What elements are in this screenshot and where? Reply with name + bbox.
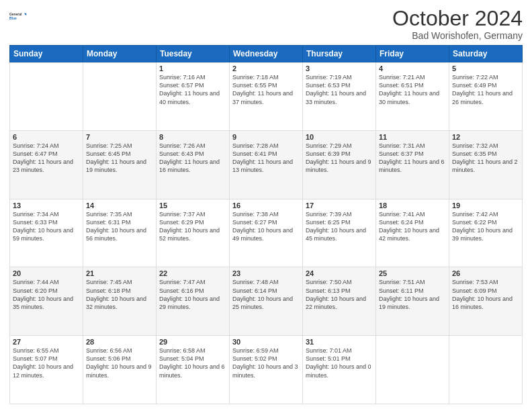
day-number: 19: [452, 201, 519, 210]
day-info: Sunrise: 7:42 AM Sunset: 6:22 PM Dayligh…: [452, 210, 519, 243]
calendar-day-10: 10Sunrise: 7:29 AM Sunset: 6:39 PM Dayli…: [303, 130, 376, 199]
day-info: Sunrise: 7:53 AM Sunset: 6:09 PM Dayligh…: [452, 278, 519, 311]
day-number: 20: [13, 269, 80, 277]
day-number: 9: [232, 133, 300, 141]
calendar-empty-cell: [449, 336, 523, 404]
calendar-week-row: 13Sunrise: 7:34 AM Sunset: 6:33 PM Dayli…: [10, 199, 523, 267]
calendar-day-13: 13Sunrise: 7:34 AM Sunset: 6:33 PM Dayli…: [10, 199, 83, 267]
day-info: Sunrise: 7:47 AM Sunset: 6:16 PM Dayligh…: [159, 278, 226, 311]
calendar-day-27: 27Sunrise: 6:55 AM Sunset: 5:07 PM Dayli…: [10, 336, 83, 404]
day-number: 29: [159, 338, 226, 346]
calendar-day-9: 9Sunrise: 7:28 AM Sunset: 6:41 PM Daylig…: [230, 130, 303, 199]
calendar-day-5: 5Sunrise: 7:22 AM Sunset: 6:49 PM Daylig…: [449, 62, 523, 131]
weekday-header-monday: Monday: [83, 46, 157, 62]
month-title: October 2024: [392, 7, 523, 30]
calendar-day-15: 15Sunrise: 7:37 AM Sunset: 6:29 PM Dayli…: [157, 199, 230, 267]
day-number: 16: [232, 201, 300, 210]
calendar-day-22: 22Sunrise: 7:47 AM Sunset: 6:16 PM Dayli…: [157, 267, 230, 336]
day-info: Sunrise: 7:24 AM Sunset: 6:47 PM Dayligh…: [13, 142, 80, 175]
calendar-table: SundayMondayTuesdayWednesdayThursdayFrid…: [9, 45, 523, 404]
day-number: 10: [306, 133, 373, 141]
day-info: Sunrise: 7:25 AM Sunset: 6:45 PM Dayligh…: [86, 142, 153, 175]
calendar-day-16: 16Sunrise: 7:38 AM Sunset: 6:27 PM Dayli…: [230, 199, 303, 267]
svg-marker-2: [24, 13, 27, 16]
weekday-header-friday: Friday: [376, 46, 449, 62]
day-info: Sunrise: 7:50 AM Sunset: 6:13 PM Dayligh…: [306, 278, 373, 311]
day-info: Sunrise: 7:21 AM Sunset: 6:51 PM Dayligh…: [379, 73, 446, 106]
logo-icon: GeneralBlue: [9, 7, 28, 26]
calendar-empty-cell: [10, 62, 83, 131]
day-number: 28: [86, 338, 153, 346]
page: GeneralBlue October 2024 Bad Worishofen,…: [0, 0, 532, 411]
day-info: Sunrise: 7:37 AM Sunset: 6:29 PM Dayligh…: [159, 210, 226, 243]
weekday-header-saturday: Saturday: [449, 46, 523, 62]
day-info: Sunrise: 6:55 AM Sunset: 5:07 PM Dayligh…: [13, 347, 80, 379]
day-info: Sunrise: 7:39 AM Sunset: 6:25 PM Dayligh…: [306, 210, 373, 243]
day-number: 2: [232, 64, 300, 73]
day-info: Sunrise: 7:32 AM Sunset: 6:35 PM Dayligh…: [452, 142, 519, 175]
calendar-day-26: 26Sunrise: 7:53 AM Sunset: 6:09 PM Dayli…: [449, 267, 523, 336]
calendar-day-12: 12Sunrise: 7:32 AM Sunset: 6:35 PM Dayli…: [449, 130, 523, 199]
day-info: Sunrise: 7:28 AM Sunset: 6:41 PM Dayligh…: [232, 142, 300, 175]
calendar-day-1: 1Sunrise: 7:16 AM Sunset: 6:57 PM Daylig…: [157, 62, 230, 131]
day-info: Sunrise: 7:45 AM Sunset: 6:18 PM Dayligh…: [86, 278, 153, 311]
calendar-day-7: 7Sunrise: 7:25 AM Sunset: 6:45 PM Daylig…: [83, 130, 157, 199]
day-number: 5: [452, 64, 519, 73]
day-number: 23: [232, 269, 300, 277]
calendar-day-4: 4Sunrise: 7:21 AM Sunset: 6:51 PM Daylig…: [376, 62, 449, 131]
day-number: 25: [379, 269, 446, 277]
day-info: Sunrise: 7:44 AM Sunset: 6:20 PM Dayligh…: [13, 278, 80, 311]
day-number: 7: [86, 133, 153, 141]
weekday-header-thursday: Thursday: [303, 46, 376, 62]
calendar-day-29: 29Sunrise: 6:58 AM Sunset: 5:04 PM Dayli…: [157, 336, 230, 404]
day-number: 17: [306, 201, 373, 210]
svg-text:Blue: Blue: [9, 17, 17, 20]
day-number: 13: [13, 201, 80, 210]
day-number: 18: [379, 201, 446, 210]
day-info: Sunrise: 7:26 AM Sunset: 6:43 PM Dayligh…: [159, 142, 226, 175]
calendar-day-19: 19Sunrise: 7:42 AM Sunset: 6:22 PM Dayli…: [449, 199, 523, 267]
day-info: Sunrise: 6:56 AM Sunset: 5:06 PM Dayligh…: [86, 347, 153, 379]
day-number: 31: [306, 338, 373, 346]
day-info: Sunrise: 7:16 AM Sunset: 6:57 PM Dayligh…: [159, 73, 226, 106]
title-block: October 2024 Bad Worishofen, Germany: [392, 7, 523, 41]
day-number: 27: [13, 338, 80, 346]
day-number: 3: [306, 64, 373, 73]
day-number: 14: [86, 201, 153, 210]
weekday-header-tuesday: Tuesday: [157, 46, 230, 62]
day-number: 15: [159, 201, 226, 210]
logo: GeneralBlue: [9, 7, 28, 26]
svg-text:General: General: [9, 13, 22, 16]
calendar-day-25: 25Sunrise: 7:51 AM Sunset: 6:11 PM Dayli…: [376, 267, 449, 336]
day-number: 8: [159, 133, 226, 141]
day-number: 26: [452, 269, 519, 277]
day-number: 11: [379, 133, 446, 141]
day-info: Sunrise: 7:18 AM Sunset: 6:55 PM Dayligh…: [232, 73, 300, 106]
calendar-day-31: 31Sunrise: 7:01 AM Sunset: 5:01 PM Dayli…: [303, 336, 376, 404]
day-info: Sunrise: 7:48 AM Sunset: 6:14 PM Dayligh…: [232, 278, 300, 311]
calendar-day-28: 28Sunrise: 6:56 AM Sunset: 5:06 PM Dayli…: [83, 336, 157, 404]
calendar-day-23: 23Sunrise: 7:48 AM Sunset: 6:14 PM Dayli…: [230, 267, 303, 336]
weekday-header-sunday: Sunday: [10, 46, 83, 62]
day-info: Sunrise: 7:41 AM Sunset: 6:24 PM Dayligh…: [379, 210, 446, 243]
day-info: Sunrise: 7:51 AM Sunset: 6:11 PM Dayligh…: [379, 278, 446, 311]
calendar-day-8: 8Sunrise: 7:26 AM Sunset: 6:43 PM Daylig…: [157, 130, 230, 199]
calendar-empty-cell: [376, 336, 449, 404]
day-info: Sunrise: 6:58 AM Sunset: 5:04 PM Dayligh…: [159, 347, 226, 379]
day-number: 21: [86, 269, 153, 277]
calendar-day-20: 20Sunrise: 7:44 AM Sunset: 6:20 PM Dayli…: [10, 267, 83, 336]
calendar-day-2: 2Sunrise: 7:18 AM Sunset: 6:55 PM Daylig…: [230, 62, 303, 131]
calendar-day-30: 30Sunrise: 6:59 AM Sunset: 5:02 PM Dayli…: [230, 336, 303, 404]
day-info: Sunrise: 7:31 AM Sunset: 6:37 PM Dayligh…: [379, 142, 446, 175]
day-info: Sunrise: 7:29 AM Sunset: 6:39 PM Dayligh…: [306, 142, 373, 175]
day-info: Sunrise: 7:22 AM Sunset: 6:49 PM Dayligh…: [452, 73, 519, 106]
calendar-day-6: 6Sunrise: 7:24 AM Sunset: 6:47 PM Daylig…: [10, 130, 83, 199]
day-number: 1: [159, 64, 226, 73]
day-info: Sunrise: 7:35 AM Sunset: 6:31 PM Dayligh…: [86, 210, 153, 243]
calendar-week-row: 6Sunrise: 7:24 AM Sunset: 6:47 PM Daylig…: [10, 130, 523, 199]
weekday-header-wednesday: Wednesday: [230, 46, 303, 62]
day-number: 22: [159, 269, 226, 277]
day-number: 12: [452, 133, 519, 141]
day-number: 6: [13, 133, 80, 141]
day-info: Sunrise: 7:19 AM Sunset: 6:53 PM Dayligh…: [306, 73, 373, 106]
